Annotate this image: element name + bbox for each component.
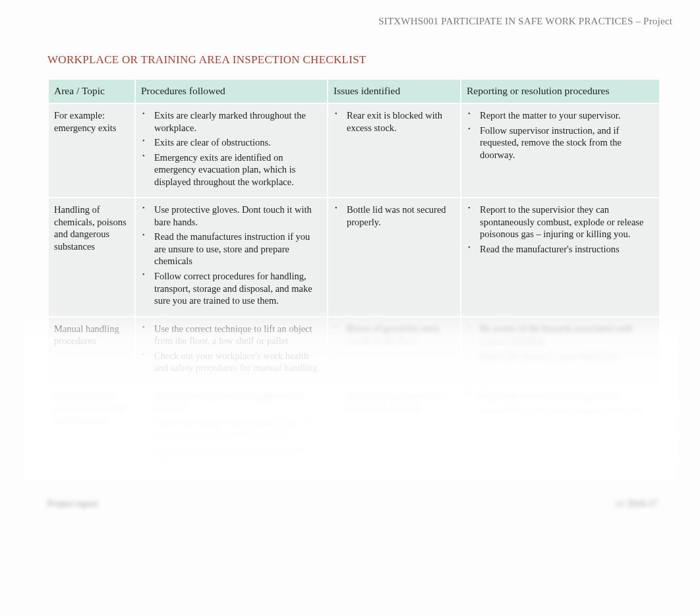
col-header-area: Area / Topic xyxy=(49,80,134,103)
checklist-table: Area / Topic Procedures followed Issues … xyxy=(47,78,660,479)
table-header-row: Area / Topic Procedures followed Issues … xyxy=(49,80,659,103)
list-item: Emergency exits are identified on emerge… xyxy=(141,152,322,191)
cell-area: Use of personal protective clothing and … xyxy=(49,385,134,478)
list-item: Use the correct technique to lift an obj… xyxy=(141,323,322,350)
list-item: Read the manufactures instruction if you… xyxy=(141,231,322,270)
cell-reporting: Be aware of the hazards associated with … xyxy=(461,318,659,383)
running-header: SITXWHS001 PARTICIPATE IN SAFE WORK PRAC… xyxy=(24,16,676,27)
cell-issues: Boxes of groceries were stored on the fl… xyxy=(328,318,460,383)
cell-issues: Rear exit is blocked with excess stock. xyxy=(328,104,460,197)
list-item: Follow correct procedures for handling, … xyxy=(141,270,322,310)
list-item: Bottle lid was not secured properly. xyxy=(334,204,455,231)
cell-reporting: Report the matter to your supervisor. Fo… xyxy=(461,104,659,197)
list-item: Exits are clearly marked throughout the … xyxy=(141,109,322,136)
list-item: Check out your workplace's work health a… xyxy=(141,350,322,377)
list-item: Store equipment in the correct location … xyxy=(141,444,322,471)
cell-procedures: Wear personal protective equipment as re… xyxy=(136,385,327,478)
list-item: Read the manufacturer's instructions xyxy=(467,243,654,258)
list-item: Rear exit is blocked with excess stock. xyxy=(334,109,455,136)
col-header-reporting: Reporting or resolution procedures xyxy=(461,80,659,103)
table-row: For example: emergency exits Exits are c… xyxy=(49,104,659,197)
list-item: Boxes of groceries were stored on the fl… xyxy=(334,323,455,350)
list-item: Report the matter to your supervisor. xyxy=(467,109,654,125)
cell-area: For example: emergency exits xyxy=(49,104,134,197)
cell-area: Manual handling procedures xyxy=(49,318,134,383)
list-item: Wear personal protective equipment as re… xyxy=(141,390,322,417)
list-item: Be aware of the hazards associated with … xyxy=(467,323,654,350)
list-item: Use protective gloves. Dont touch it wit… xyxy=(141,204,322,231)
list-item: Follow supervisor instruction, and if re… xyxy=(467,125,654,164)
footer-left: Project report xyxy=(47,499,98,509)
cell-issues: Protective equipment was not stored corr… xyxy=(328,385,460,478)
cell-issues: Bottle lid was not secured properly. xyxy=(328,198,460,316)
cell-procedures: Exits are clearly marked throughout the … xyxy=(136,104,327,197)
table-row: Handling of chemicals, poisons and dange… xyxy=(49,198,659,316)
footer-right: v1 2016-17 xyxy=(616,499,658,509)
checklist-table-wrap: Area / Topic Procedures followed Issues … xyxy=(47,78,658,479)
list-item: Protective equipment was not stored corr… xyxy=(334,390,455,417)
cell-reporting: Report to the supervisior they can spont… xyxy=(461,198,659,316)
page-footer: Project report v1 2016-17 xyxy=(47,499,658,509)
table-row: Manual handling procedures Use the corre… xyxy=(49,318,659,383)
list-item: Report the matter to your supervisor. xyxy=(467,350,654,365)
list-item: Report the matter to your supervisor. xyxy=(467,390,654,405)
cell-procedures: Use protective gloves. Dont touch it wit… xyxy=(136,198,327,316)
page-title: WORKPLACE OR TRAINING AREA INSPECTION CH… xyxy=(47,53,676,67)
cell-procedures: Use the correct technique to lift an obj… xyxy=(136,318,327,383)
list-item: Exits are clear of obstructions. xyxy=(141,136,322,152)
col-header-issues: Issues identified xyxy=(328,80,460,103)
cell-reporting: Report the matter to your supervisor. St… xyxy=(461,385,659,478)
cell-area: Handling of chemicals, poisons and dange… xyxy=(49,198,134,316)
list-item: Check the manufacturer's instructions on… xyxy=(141,417,322,444)
table-row: Use of personal protective clothing and … xyxy=(49,385,659,478)
list-item: Report to the supervisior they can spont… xyxy=(467,204,654,243)
list-item: Store PPE in the correct location after … xyxy=(467,405,654,420)
col-header-procedures: Procedures followed xyxy=(136,80,327,103)
